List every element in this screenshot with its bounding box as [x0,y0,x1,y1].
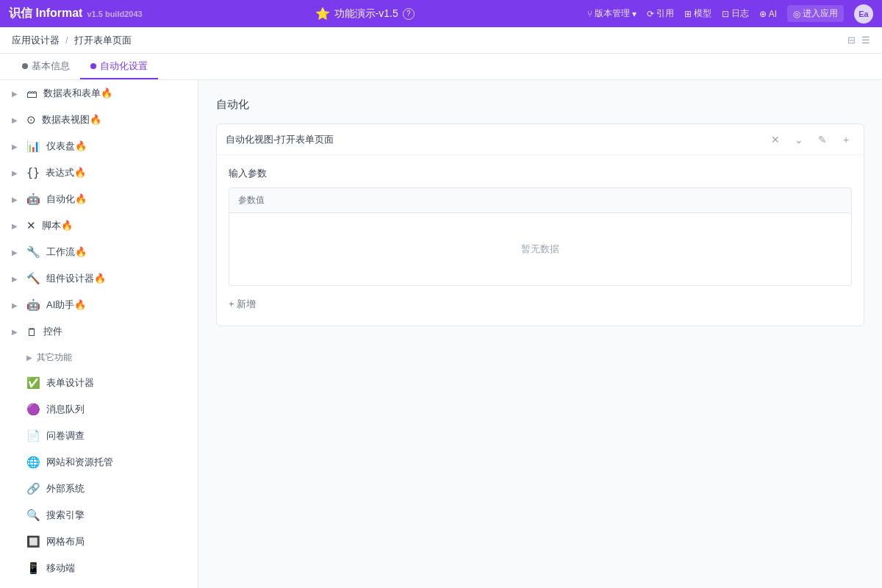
sidebar-item-mobile[interactable]: ▶ 📱 移动端 + [0,555,198,581]
sidebar-item-label: 消息队列 [46,403,176,416]
sidebar-item-label: 外部系统 [46,482,176,495]
automation-name: 自动化视图-打开表单页面 [226,133,761,146]
script-icon: ✕ [26,219,36,232]
sidebar-item-script[interactable]: ▶ ✕ 脚本🔥 + [0,212,198,239]
sidebar-item-label: 网格布局 [46,535,176,548]
content-area: 自动化 自动化视图-打开表单页面 ✕ ⌄ ✎ + 输入参数 参数值 暂无数据 [198,80,882,588]
sidebar-item-search[interactable]: ▶ 🔍 搜索引擎 + [0,502,198,528]
header-center: ⭐ 功能演示-v1.5 ? [151,7,578,21]
model-label: 模型 [694,7,711,20]
ai-label: AI [769,9,777,19]
version-mgmt-button[interactable]: ⑂ 版本管理 ▾ [587,7,637,20]
sidebar-item-label: 工作流🔥 [46,245,176,259]
quote-label: 引用 [656,7,674,20]
ai-icon: ⊕ [759,9,767,19]
close-button[interactable]: ✕ [767,131,784,148]
params-title: 输入参数 [229,167,852,180]
sidebar-item-automation[interactable]: ▶ 🤖 自动化🔥 + [0,186,198,212]
sidebar-item-label: 数据表和表单🔥 [43,87,176,100]
logo-text: 识信 Informat [9,6,82,21]
version-mgmt-label: 版本管理 [595,7,630,20]
sidebar-item-other-features[interactable]: ▶ 其它功能 ✎ [0,345,198,370]
sidebar-item-external[interactable]: ▶ 🔗 外部系统 + [0,476,198,502]
sidebar-item-dashboard[interactable]: ▶ 📊 仪表盘🔥 + [0,133,198,159]
sidebar: ▶ 🗃 数据表和表单🔥 + ▶ ⊙ 数据表视图🔥 + ▶ 📊 仪表盘🔥 + ▶ … [0,80,198,588]
sidebar-item-controls[interactable]: ▶ 🗒 控件 + [0,318,198,345]
arrow-icon: ▶ [12,328,18,336]
breadcrumb: 应用设计器 / 打开表单页面 ⊟ ☰ [0,27,882,54]
enter-icon: ◎ [793,9,800,19]
sidebar-item-print[interactable]: ▶ 🖨 打印模板 + [0,581,198,588]
add-button[interactable]: + [837,131,855,148]
breadcrumb-app-designer[interactable]: 应用设计器 [12,34,60,47]
arrow-icon: ▶ [12,169,18,177]
chevron-down-icon: ▾ [632,9,637,19]
data-view-icon: ⊙ [26,113,36,126]
tab-automation[interactable]: 自动化设置 [80,54,158,79]
sidebar-item-label: 仪表盘🔥 [46,140,176,153]
sidebar-item-label: 移动端 [46,562,176,575]
sidebar-item-label: 脚本🔥 [42,219,176,232]
breadcrumb-page: 打开表单页面 [74,34,132,47]
controls-icon: 🗒 [26,326,37,338]
sidebar-item-website[interactable]: ▶ 🌐 网站和资源托管 + [0,449,198,476]
sidebar-item-label: 控件 [43,325,176,338]
section-title: 自动化 [216,98,864,112]
chevron-down-button[interactable]: ⌄ [790,131,808,148]
build-version: v1.5 build2043 [87,10,142,18]
arrow-icon: ▶ [12,116,18,124]
sidebar-item-data-view[interactable]: ▶ ⊙ 数据表视图🔥 + [0,107,198,133]
sidebar-item-grid[interactable]: ▶ 🔲 网格布局 + [0,528,198,555]
model-icon: ⊞ [684,9,692,19]
sidebar-item-widget-designer[interactable]: ▶ 🔨 组件设计器🔥 + [0,265,198,292]
arrow-icon: ▶ [12,143,18,151]
form-designer-icon: ✅ [26,376,40,390]
sidebar-item-label: 其它功能 [37,351,72,364]
help-icon[interactable]: ? [403,8,415,20]
tab-basic[interactable]: 基本信息 [12,54,80,79]
log-button[interactable]: ⊡ 日志 [722,7,749,20]
app-name: 功能演示-v1.5 [334,7,398,21]
arrow-icon: ▶ [12,248,18,257]
sidebar-item-label: 自动化🔥 [46,193,176,206]
version-mgmt-icon: ⑂ [587,9,592,19]
sidebar-item-label: 问卷调查 [46,429,176,442]
tab-automation-dot [90,63,96,69]
ai-button[interactable]: ⊕ AI [759,9,777,19]
sidebar-item-survey[interactable]: ▶ 📄 问卷调查 + [0,423,198,449]
view-icon[interactable]: ⊟ [847,35,856,46]
logo: 识信 Informat v1.5 build2043 [9,6,143,21]
sidebar-item-message-queue[interactable]: ▶ 🟣 消息队列 + [0,396,198,423]
arrow-icon: ▶ [12,222,18,230]
arrow-icon: ▶ [26,354,32,362]
params-col-header: 参数值 [229,188,851,212]
params-empty: 暂无数据 [229,213,852,286]
sidebar-item-form-designer[interactable]: ▶ ✅ 表单设计器 + [0,370,198,396]
mobile-icon: 📱 [26,562,40,575]
enter-app-label: 进入应用 [803,7,838,20]
sidebar-item-workflow[interactable]: ▶ 🔧 工作流🔥 + [0,239,198,265]
workflow-icon: 🔧 [26,245,40,259]
sidebar-item-ai-assistant[interactable]: ▶ 🤖 AI助手🔥 + [0,292,198,318]
main-layout: ▶ 🗃 数据表和表单🔥 + ▶ ⊙ 数据表视图🔥 + ▶ 📊 仪表盘🔥 + ▶ … [0,80,882,588]
automation-actions: ✕ ⌄ ✎ + [767,131,855,148]
dashboard-icon: 📊 [26,140,40,153]
quote-button[interactable]: ⟳ 引用 [647,7,674,20]
automation-box-header: 自动化视图-打开表单页面 ✕ ⌄ ✎ + [217,124,864,155]
enter-app-button[interactable]: ◎ 进入应用 [787,5,844,22]
tab-automation-label: 自动化设置 [100,60,148,73]
list-icon[interactable]: ☰ [861,35,870,46]
model-button[interactable]: ⊞ 模型 [684,7,711,20]
add-row-button[interactable]: + 新增 [229,295,852,314]
log-icon: ⊡ [722,9,729,19]
sidebar-item-label: 组件设计器🔥 [46,272,176,285]
sidebar-item-expression[interactable]: ▶ {} 表达式🔥 + [0,159,198,186]
params-section: 输入参数 参数值 暂无数据 + 新增 [217,155,864,326]
tab-basic-label: 基本信息 [32,60,70,73]
avatar[interactable]: Ea [854,4,873,24]
edit-button[interactable]: ✎ [814,131,831,148]
arrow-icon: ▶ [12,301,18,309]
sidebar-item-data-table[interactable]: ▶ 🗃 数据表和表单🔥 + [0,80,198,107]
sidebar-item-label: 搜索引擎 [46,509,176,522]
message-queue-icon: 🟣 [26,403,40,416]
